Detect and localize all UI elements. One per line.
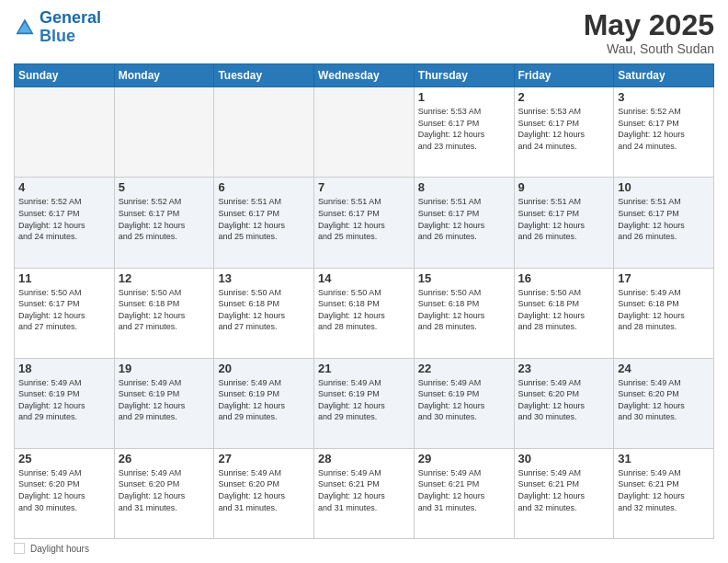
calendar-cell: 29Sunrise: 5:49 AMSunset: 6:21 PMDayligh… <box>414 448 514 538</box>
day-number: 11 <box>18 271 110 285</box>
calendar-cell: 24Sunrise: 5:49 AMSunset: 6:20 PMDayligh… <box>614 358 714 448</box>
day-number: 25 <box>18 452 110 465</box>
calendar-cell: 20Sunrise: 5:49 AMSunset: 6:19 PMDayligh… <box>214 358 314 448</box>
weekday-header-wednesday: Wednesday <box>314 64 415 87</box>
week-row-4: 18Sunrise: 5:49 AMSunset: 6:19 PMDayligh… <box>15 358 714 448</box>
day-info: Sunrise: 5:50 AMSunset: 6:18 PMDaylight:… <box>518 287 610 333</box>
logo-line2: Blue <box>40 27 75 45</box>
calendar-cell: 30Sunrise: 5:49 AMSunset: 6:21 PMDayligh… <box>514 448 614 538</box>
title-block: May 2025 Wau, South Sudan <box>584 9 714 56</box>
weekday-header-monday: Monday <box>114 64 214 87</box>
day-number: 5 <box>119 180 210 194</box>
calendar: SundayMondayTuesdayWednesdayThursdayFrid… <box>14 63 714 539</box>
day-number: 27 <box>218 452 310 465</box>
day-info: Sunrise: 5:53 AMSunset: 6:17 PMDaylight:… <box>518 106 610 152</box>
day-info: Sunrise: 5:49 AMSunset: 6:20 PMDaylight:… <box>518 377 610 423</box>
day-info: Sunrise: 5:51 AMSunset: 6:17 PMDaylight:… <box>418 196 510 242</box>
day-info: Sunrise: 5:49 AMSunset: 6:21 PMDaylight:… <box>418 467 510 513</box>
calendar-cell: 10Sunrise: 5:51 AMSunset: 6:17 PMDayligh… <box>614 178 714 268</box>
calendar-cell: 11Sunrise: 5:50 AMSunset: 6:17 PMDayligh… <box>15 268 115 358</box>
calendar-cell: 22Sunrise: 5:49 AMSunset: 6:19 PMDayligh… <box>414 358 514 448</box>
calendar-cell: 23Sunrise: 5:49 AMSunset: 6:20 PMDayligh… <box>514 358 614 448</box>
weekday-header-row: SundayMondayTuesdayWednesdayThursdayFrid… <box>15 64 714 87</box>
weekday-header-tuesday: Tuesday <box>214 64 314 87</box>
day-number: 7 <box>318 180 410 194</box>
day-number: 29 <box>418 452 510 465</box>
day-info: Sunrise: 5:49 AMSunset: 6:19 PMDaylight:… <box>119 377 210 423</box>
day-number: 1 <box>418 90 510 104</box>
day-info: Sunrise: 5:49 AMSunset: 6:19 PMDaylight:… <box>218 377 310 423</box>
calendar-cell: 27Sunrise: 5:49 AMSunset: 6:20 PMDayligh… <box>214 448 314 538</box>
calendar-cell: 4Sunrise: 5:52 AMSunset: 6:17 PMDaylight… <box>15 178 115 268</box>
day-number: 9 <box>518 180 610 194</box>
weekday-header-sunday: Sunday <box>15 64 115 87</box>
calendar-cell: 18Sunrise: 5:49 AMSunset: 6:19 PMDayligh… <box>15 358 115 448</box>
calendar-cell: 25Sunrise: 5:49 AMSunset: 6:20 PMDayligh… <box>15 448 115 538</box>
weekday-header-friday: Friday <box>514 64 614 87</box>
day-info: Sunrise: 5:52 AMSunset: 6:17 PMDaylight:… <box>18 196 110 242</box>
calendar-cell: 7Sunrise: 5:51 AMSunset: 6:17 PMDaylight… <box>314 178 415 268</box>
calendar-cell: 21Sunrise: 5:49 AMSunset: 6:19 PMDayligh… <box>314 358 415 448</box>
day-number: 3 <box>618 90 710 104</box>
header: General Blue May 2025 Wau, South Sudan <box>14 9 714 56</box>
day-number: 14 <box>318 271 410 285</box>
day-number: 23 <box>518 362 610 375</box>
calendar-cell: 28Sunrise: 5:49 AMSunset: 6:21 PMDayligh… <box>314 448 415 538</box>
day-info: Sunrise: 5:50 AMSunset: 6:18 PMDaylight:… <box>218 287 310 333</box>
day-number: 28 <box>318 452 410 465</box>
day-info: Sunrise: 5:51 AMSunset: 6:17 PMDaylight:… <box>318 196 410 242</box>
day-info: Sunrise: 5:51 AMSunset: 6:17 PMDaylight:… <box>218 196 310 242</box>
day-number: 24 <box>618 362 710 375</box>
logo-line1: General <box>40 8 101 27</box>
logo-icon <box>14 17 36 39</box>
day-info: Sunrise: 5:49 AMSunset: 6:21 PMDaylight:… <box>618 467 710 513</box>
day-number: 18 <box>18 362 110 375</box>
week-row-1: 1Sunrise: 5:53 AMSunset: 6:17 PMDaylight… <box>15 87 714 178</box>
day-number: 20 <box>218 362 310 375</box>
day-info: Sunrise: 5:49 AMSunset: 6:19 PMDaylight:… <box>418 377 510 423</box>
day-info: Sunrise: 5:49 AMSunset: 6:20 PMDaylight:… <box>618 377 710 423</box>
calendar-cell: 17Sunrise: 5:49 AMSunset: 6:18 PMDayligh… <box>614 268 714 358</box>
day-number: 10 <box>618 180 710 194</box>
day-info: Sunrise: 5:52 AMSunset: 6:17 PMDaylight:… <box>618 106 710 152</box>
calendar-cell: 1Sunrise: 5:53 AMSunset: 6:17 PMDaylight… <box>414 87 514 178</box>
calendar-cell: 19Sunrise: 5:49 AMSunset: 6:19 PMDayligh… <box>114 358 214 448</box>
day-info: Sunrise: 5:49 AMSunset: 6:21 PMDaylight:… <box>318 467 410 513</box>
calendar-cell <box>114 87 214 178</box>
daylight-box-icon <box>14 543 25 554</box>
day-info: Sunrise: 5:49 AMSunset: 6:20 PMDaylight:… <box>18 467 110 513</box>
day-info: Sunrise: 5:49 AMSunset: 6:21 PMDaylight:… <box>518 467 610 513</box>
weekday-header-thursday: Thursday <box>414 64 514 87</box>
day-info: Sunrise: 5:52 AMSunset: 6:17 PMDaylight:… <box>119 196 210 242</box>
day-number: 2 <box>518 90 610 104</box>
day-number: 31 <box>618 452 710 465</box>
day-number: 8 <box>418 180 510 194</box>
week-row-3: 11Sunrise: 5:50 AMSunset: 6:17 PMDayligh… <box>15 268 714 358</box>
calendar-cell: 15Sunrise: 5:50 AMSunset: 6:18 PMDayligh… <box>414 268 514 358</box>
day-number: 17 <box>618 271 710 285</box>
calendar-cell: 16Sunrise: 5:50 AMSunset: 6:18 PMDayligh… <box>514 268 614 358</box>
day-number: 13 <box>218 271 310 285</box>
day-number: 21 <box>318 362 410 375</box>
day-number: 22 <box>418 362 510 375</box>
calendar-cell: 8Sunrise: 5:51 AMSunset: 6:17 PMDaylight… <box>414 178 514 268</box>
calendar-cell: 2Sunrise: 5:53 AMSunset: 6:17 PMDaylight… <box>514 87 614 178</box>
month-title: May 2025 <box>584 9 714 41</box>
day-info: Sunrise: 5:49 AMSunset: 6:18 PMDaylight:… <box>618 287 710 333</box>
day-info: Sunrise: 5:50 AMSunset: 6:18 PMDaylight:… <box>418 287 510 333</box>
calendar-cell: 12Sunrise: 5:50 AMSunset: 6:18 PMDayligh… <box>114 268 214 358</box>
footer: Daylight hours <box>14 543 714 554</box>
day-number: 26 <box>119 452 210 465</box>
page: General Blue May 2025 Wau, South Sudan S… <box>0 0 728 563</box>
day-info: Sunrise: 5:49 AMSunset: 6:20 PMDaylight:… <box>218 467 310 513</box>
calendar-cell: 14Sunrise: 5:50 AMSunset: 6:18 PMDayligh… <box>314 268 415 358</box>
weekday-header-saturday: Saturday <box>614 64 714 87</box>
day-number: 6 <box>218 180 310 194</box>
calendar-cell: 5Sunrise: 5:52 AMSunset: 6:17 PMDaylight… <box>114 178 214 268</box>
day-info: Sunrise: 5:49 AMSunset: 6:20 PMDaylight:… <box>119 467 210 513</box>
day-info: Sunrise: 5:50 AMSunset: 6:17 PMDaylight:… <box>18 287 110 333</box>
daylight-label: Daylight hours <box>30 544 89 554</box>
calendar-cell: 26Sunrise: 5:49 AMSunset: 6:20 PMDayligh… <box>114 448 214 538</box>
calendar-cell: 6Sunrise: 5:51 AMSunset: 6:17 PMDaylight… <box>214 178 314 268</box>
logo: General Blue <box>14 9 101 46</box>
